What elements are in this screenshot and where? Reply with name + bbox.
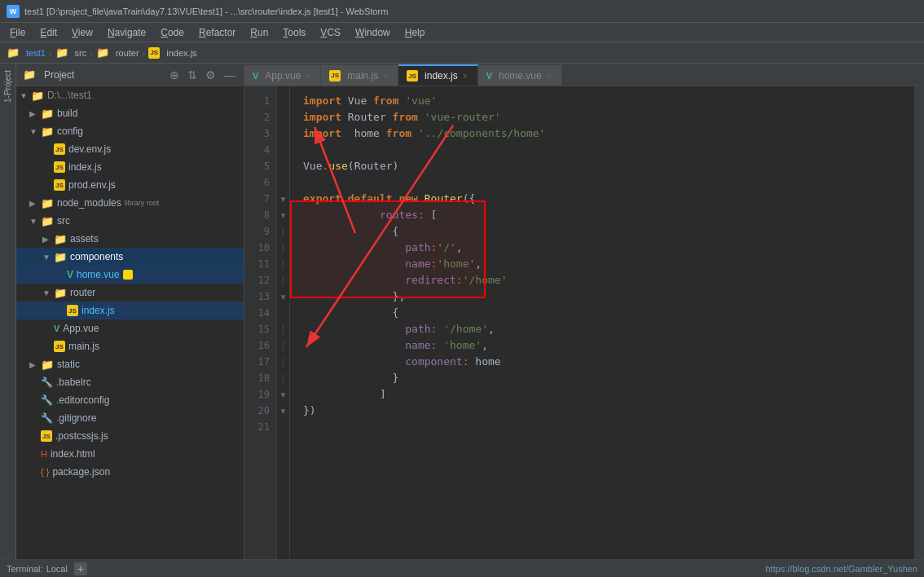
code-editor[interactable]: 1 2 3 4 5 6 7 8 9 10 11 12 13 14 15 16 1… (244, 86, 924, 559)
tree-item-build[interactable]: ▶ 📁 build (16, 104, 244, 122)
tab-mainjs-icon: JS (329, 70, 341, 81)
menu-help[interactable]: Help (398, 25, 432, 40)
tree-item-main-js[interactable]: ▶ JS main.js (16, 337, 244, 355)
line-num-6: 6 (244, 174, 276, 191)
line-num-21: 21 (244, 419, 276, 435)
router-folder-icon: 📁 (54, 287, 67, 299)
status-left: Terminal: Local + (7, 562, 87, 575)
tree-sync-btn[interactable]: ⇅ (186, 68, 199, 81)
title-bar: W test1 [D:\project_file\javaTrain\day7.… (0, 0, 924, 23)
window-title: test1 [D:\project_file\javaTrain\day7.13… (24, 7, 388, 16)
code-line-13: }, (303, 288, 914, 305)
chevron-router: ▼ (42, 288, 52, 297)
indexhtml-label: index.html (51, 448, 95, 460)
tree-item-indexhtml[interactable]: ▶ H index.html (16, 445, 244, 463)
menu-view[interactable]: View (65, 25, 99, 40)
line-num-19: 19 (244, 386, 276, 403)
menu-edit[interactable]: Edit (33, 25, 64, 40)
tree-item-prod-env[interactable]: ▶ JS prod.env.js (16, 176, 244, 194)
fold-13[interactable]: ▼ (277, 288, 289, 305)
tree-item-assets[interactable]: ▶ 📁 assets (16, 230, 244, 248)
line-num-8: 8 (244, 207, 276, 223)
indexhtml-icon: H (41, 449, 47, 459)
menu-vcs[interactable]: VCS (314, 25, 347, 40)
chevron-src: ▼ (29, 217, 39, 226)
fold-8[interactable]: ▼ (277, 207, 289, 223)
fold-20[interactable]: ▼ (277, 403, 289, 419)
code-line-3: import home from '../components/home' (303, 126, 914, 142)
tab-indexjs-close[interactable]: × (461, 72, 469, 81)
gitignore-icon: 🔧 (41, 412, 53, 424)
tab-appvue-label: App.vue (265, 70, 301, 81)
tree-item-components[interactable]: ▼ 📁 components (16, 248, 244, 266)
tree-item-packagejson[interactable]: ▶ { } package.json (16, 463, 244, 481)
menu-code[interactable]: Code (154, 25, 191, 40)
tree-item-dev-env[interactable]: ▶ JS dev.env.js (16, 140, 244, 158)
breadcrumb-indexjs[interactable]: index.js (166, 48, 196, 58)
breadcrumb-test1[interactable]: test1 (26, 48, 46, 58)
tree-item-postcssjs[interactable]: ▶ JS .postcssjs.js (16, 427, 244, 445)
tab-main-js[interactable]: JS main.js × (321, 64, 398, 86)
code-line-4 (303, 142, 914, 158)
tree-item-babelrc[interactable]: ▶ 🔧 .babelrc (16, 373, 244, 391)
fold-gutter: ▼ ▼ │ │ │ │ ▼ (277, 86, 290, 559)
terminal-button[interactable]: Terminal: Local (7, 564, 68, 574)
indexcfg-label: index.js (68, 161, 102, 173)
tree-item-editorconfig[interactable]: ▶ 🔧 .editorconfig (16, 391, 244, 409)
tab-mainjs-close[interactable]: × (381, 71, 389, 80)
tree-item-static[interactable]: ▶ 📁 static (16, 355, 244, 373)
fold-14 (277, 305, 289, 321)
tab-home-vue[interactable]: V home.vue × (478, 64, 562, 86)
line-num-18: 18 (244, 370, 276, 386)
menu-run[interactable]: Run (244, 25, 275, 40)
project-panel-label[interactable]: 1-Project (2, 67, 14, 106)
tree-item-router-index[interactable]: ▶ JS index.js (16, 302, 244, 319)
home-vue-label: home.vue (77, 269, 120, 280)
terminal-local: Local (46, 564, 68, 574)
breadcrumb-src[interactable]: src (75, 48, 87, 58)
tab-appvue-close[interactable]: × (304, 71, 312, 80)
fold-16: │ (277, 337, 289, 354)
code-content[interactable]: import Vue from 'vue' import Router from… (290, 86, 914, 559)
tree-item-config[interactable]: ▼ 📁 config (16, 122, 244, 140)
tab-index-js[interactable]: JS index.js × (398, 64, 478, 86)
tab-app-vue[interactable]: V App.vue × (244, 64, 321, 86)
tree-item-app-vue[interactable]: ▶ V App.vue (16, 319, 244, 337)
tree-header: 📁 Project ⊕ ⇅ ⚙ — (16, 64, 244, 86)
menu-tools[interactable]: Tools (276, 25, 312, 40)
tree-settings-btn[interactable]: ⚙ (204, 68, 218, 81)
tab-bar: V App.vue × JS main.js × JS index.js × V… (244, 64, 924, 86)
routerindex-label: index.js (81, 305, 115, 316)
fold-7[interactable]: ▼ (277, 191, 289, 207)
menu-refactor[interactable]: Refactor (192, 25, 242, 40)
tree-item-src[interactable]: ▼ 📁 src (16, 212, 244, 230)
line-num-16: 16 (244, 337, 276, 354)
breadcrumb-router[interactable]: router (116, 48, 139, 58)
tree-item-node-modules[interactable]: ▶ 📁 node_modules library root (16, 194, 244, 212)
breadcrumb-icon-indexjs: JS (148, 47, 160, 59)
menu-window[interactable]: Window (349, 25, 397, 40)
fold-19[interactable]: ▼ (277, 386, 289, 403)
tree-item-gitignore[interactable]: ▶ 🔧 .gitignore (16, 409, 244, 427)
code-line-5: Vue.use(Router) (303, 158, 914, 174)
build-label: build (57, 108, 77, 119)
tree-title: Project (44, 69, 163, 81)
menu-bar: File Edit View Navigate Code Refactor Ru… (0, 23, 924, 42)
tree-collapse-btn[interactable]: — (222, 68, 237, 81)
code-line-7: export default new Router({ (303, 191, 914, 207)
menu-navigate[interactable]: Navigate (101, 25, 152, 40)
tab-homevue-close[interactable]: × (545, 71, 553, 80)
tree-root[interactable]: ▼ 📁 D:\...\test1 (16, 86, 244, 104)
add-terminal-button[interactable]: + (74, 562, 87, 575)
tree-item-router[interactable]: ▼ 📁 router (16, 284, 244, 302)
chevron-root: ▼ (20, 91, 29, 100)
routerindex-js-icon: JS (67, 305, 78, 316)
tree-item-home-vue[interactable]: ▶ V home.vue (16, 266, 244, 284)
tree-item-index-cfg[interactable]: ▶ JS index.js (16, 158, 244, 176)
line-num-4: 4 (244, 142, 276, 158)
tree-add-btn[interactable]: ⊕ (168, 68, 181, 81)
right-scrollbar[interactable] (914, 86, 924, 559)
line-num-15: 15 (244, 321, 276, 337)
postcssjs-js-icon: JS (41, 430, 52, 442)
menu-file[interactable]: File (3, 25, 32, 40)
